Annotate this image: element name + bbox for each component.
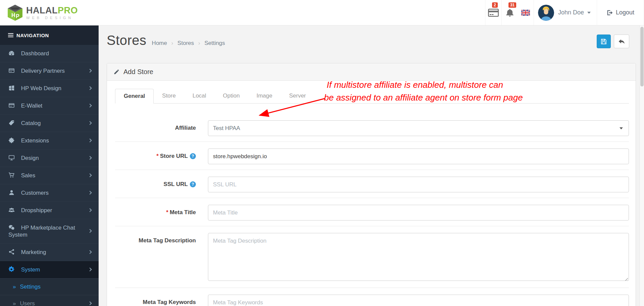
tab-store[interactable]: Store [154,89,184,104]
sidebar-item-delivery-partners[interactable]: Delivery Partners [0,62,99,80]
field-label-meta-title: *Meta Title [115,205,196,216]
brand-logo[interactable]: H P HALALPRO WEB DESIGN [0,0,99,25]
language-selector[interactable] [518,0,534,25]
tab-local[interactable]: Local [184,89,215,104]
tab-server[interactable]: Server [281,89,314,104]
label-text: SSL URL [164,181,188,187]
users-icon [8,207,15,213]
field-input-wrap [208,177,629,192]
user-name: John Doe [558,9,584,16]
back-button[interactable] [614,35,629,48]
field-label-affiliate: Affiliate [115,120,196,131]
submenu-marker: » [13,284,16,290]
label-text: Affiliate [175,125,196,131]
sidebar-item-label: HP Web Design [21,85,61,91]
breadcrumb: Home › Stores › Settings [152,40,225,47]
credit-card-icon [488,9,499,17]
brand-text: HALALPRO WEB DESIGN [26,6,78,20]
chevron-right-icon [88,121,92,125]
sidebar-item-customers[interactable]: Customers [0,184,99,202]
svg-text:H: H [11,12,15,18]
sidebar-item-label: Extensions [21,137,49,144]
breadcrumb-separator: › [171,40,173,46]
floppy-save-icon [600,38,607,45]
tags-icon [8,120,15,126]
help-icon[interactable]: ? [190,181,196,187]
payment-notifications-button[interactable]: 2 [485,0,501,25]
tab-image[interactable]: Image [248,89,281,104]
panel-title: Add Store [123,68,153,76]
field-input-wrap [208,233,629,282]
uk-flag-icon [521,10,530,16]
chat-bubbles-icon [8,224,15,231]
meta-description-textarea[interactable] [208,233,629,281]
brand-name-primary: HALAL [26,5,58,15]
breadcrumb-separator: › [198,40,200,46]
sidebar-item-system[interactable]: System [0,261,99,279]
breadcrumb-settings[interactable]: Settings [204,40,225,46]
breadcrumb-home[interactable]: Home [152,40,167,46]
field-label-meta-description: Meta Tag Description [115,233,196,244]
bell-icon [505,8,514,17]
sidebar-subitem-settings[interactable]: »Settings [0,279,99,295]
sidebar-subitem-label: Users [20,300,35,306]
sidebar-item-extensions[interactable]: Extensions [0,132,99,149]
header-toolbar: 2 31 [485,0,644,25]
help-icon[interactable]: ? [190,153,196,159]
ssl-url-input[interactable] [208,177,629,192]
chevron-right-icon [88,301,92,305]
sidebar-item-design[interactable]: Design [0,149,99,167]
label-text: Meta Tag Keywords [143,299,196,305]
sidebar-item-label: System [21,266,40,273]
card-list-icon [8,67,15,74]
logout-button[interactable]: Logout [597,0,644,25]
sidebar: NAVIGATION Dashboard Delivery Partners H… [0,25,99,306]
tab-option[interactable]: Option [215,89,248,104]
page-actions [597,35,629,48]
field-input-wrap [208,295,629,306]
sidebar-item-e-wallet[interactable]: E-Wallet [0,97,99,115]
form-row-meta-keywords: Meta Tag Keywords [115,288,629,306]
user-menu[interactable]: John Doe [534,0,597,25]
meta-title-input[interactable] [208,205,629,221]
alerts-button[interactable]: 31 [501,0,518,25]
tab-content-general: Affiliate Test HPAA *Store URL? SSL URL? [115,104,629,306]
page-title: Stores [107,33,147,48]
affiliate-select[interactable]: Test HPAA [208,120,629,136]
chevron-right-icon [88,208,92,212]
share-icon [8,249,15,255]
avatar [538,5,554,21]
main-content: Stores Home › Stores › Settings Add S [99,25,639,306]
sidebar-item-catalog[interactable]: Catalog [0,115,99,132]
label-text: Meta Title [170,209,196,216]
nav-header-label: NAVIGATION [16,33,49,38]
vertical-scrollbar[interactable] [639,25,644,306]
sidebar-item-marketing[interactable]: Marketing [0,244,99,261]
sidebar-item-hp-web-design[interactable]: HP Web Design [0,80,99,97]
chevron-right-icon [88,69,92,72]
sidebar-item-sales[interactable]: Sales [0,167,99,184]
required-marker: * [166,209,168,216]
chevron-right-icon [88,250,92,254]
breadcrumb-stores[interactable]: Stores [177,40,194,46]
panel-heading: Add Store [107,63,636,81]
sidebar-item-label: E-Wallet [21,103,43,109]
sidebar-item-hp-marketplace-chat-system[interactable]: HP Marketplace Chat System [0,219,99,244]
meta-keywords-input[interactable] [208,295,629,306]
sidebar-subitem-users[interactable]: »Users [0,295,99,306]
sidebar-item-label: Dropshipper [21,207,52,213]
sidebar-item-label: HP Marketplace Chat System [8,225,75,238]
sidebar-item-dashboard[interactable]: Dashboard [0,45,99,62]
tab-general[interactable]: General [115,89,154,104]
field-input-wrap [208,205,629,221]
scrollbar-thumb[interactable] [640,27,644,86]
save-button[interactable] [597,35,611,48]
form-row-store-url: *Store URL? [115,142,629,170]
store-url-input[interactable] [208,148,629,164]
notification-badge: 31 [508,2,516,8]
field-label-meta-keywords: Meta Tag Keywords [115,295,196,306]
hp-cube-logo-icon: H P [7,4,23,21]
svg-text:P: P [16,13,19,19]
sidebar-item-dropshipper[interactable]: Dropshipper [0,202,99,219]
field-input-wrap: Test HPAA [208,120,629,136]
